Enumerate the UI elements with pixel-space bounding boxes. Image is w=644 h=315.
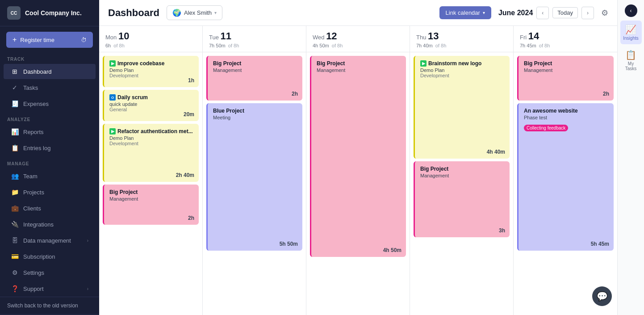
sidebar-item-dashboard[interactable]: ⊞ Dashboard xyxy=(4,64,96,79)
day-number-tue: 11 xyxy=(221,30,231,42)
chat-bubble-button[interactable]: 💬 xyxy=(592,286,612,306)
entry-blue-project[interactable]: Blue Project Meeting 5h 50m xyxy=(206,103,302,251)
day-hours-wed: 4h 50m of 8h xyxy=(313,43,403,48)
sidebar-item-label-reports: Reports xyxy=(23,129,88,135)
entry-duration: 2h xyxy=(292,91,298,97)
register-time-button[interactable]: + Register time ⏱ xyxy=(6,32,93,48)
switch-back-button[interactable]: Switch back to the old version xyxy=(0,297,99,314)
today-button[interactable]: Today xyxy=(552,7,578,18)
entry-big-project-thu[interactable]: Big Project Management 3h xyxy=(414,161,510,237)
day-hours-mon: 6h of 8h xyxy=(105,43,196,48)
day-number-fri: 14 xyxy=(528,30,539,42)
day-name-mon: Mon xyxy=(105,34,117,41)
entry-title: O Daily scrum xyxy=(109,94,193,101)
collapse-panel-button[interactable]: ‹ xyxy=(625,4,637,17)
sidebar-item-expenses[interactable]: 🧾 Expenses xyxy=(4,96,96,111)
calendar-grid: Mon 10 6h of 8h ▶ Improve codebase Demo … xyxy=(99,26,617,315)
sidebar-item-entries-log[interactable]: 📋 Entries log xyxy=(4,140,96,155)
day-header-thu: Thu 13 7h 40m of 8h xyxy=(410,26,513,52)
sidebar-item-projects[interactable]: 📁 Projects xyxy=(4,185,96,200)
chevron-right-icon: › xyxy=(87,238,88,243)
entry-sub2: Development xyxy=(420,73,504,78)
outlook-icon: O xyxy=(109,94,116,101)
user-selector-chevron-icon: ▾ xyxy=(214,10,217,15)
day-header-mon: Mon 10 6h of 8h xyxy=(99,26,202,52)
sidebar-item-clients[interactable]: 💼 Clients xyxy=(4,201,96,216)
entry-big-project-mon[interactable]: Big Project Management 2h xyxy=(103,185,199,225)
subscription-icon: 💳 xyxy=(11,252,19,260)
entry-big-project-tue[interactable]: Big Project Management 2h xyxy=(206,56,302,101)
sidebar-bottom: Switch back to the old version 🔔 AS Alex… xyxy=(0,297,99,315)
insights-icon: 📈 xyxy=(625,24,636,35)
entry-duration: 1h xyxy=(188,77,194,84)
integrations-icon: 🔌 xyxy=(11,220,19,228)
next-month-button[interactable]: › xyxy=(581,7,594,19)
entry-subtitle: Management xyxy=(317,67,401,73)
day-hours-tue: 7h 50m of 8h xyxy=(209,43,300,48)
entry-duration: 2h xyxy=(603,91,609,97)
page-title: Dashboard xyxy=(108,7,159,19)
sidebar-item-integrations[interactable]: 🔌 Integrations xyxy=(4,217,96,232)
sidebar-item-label-data-management: Data management xyxy=(23,237,83,244)
insights-label: Insights xyxy=(623,36,638,41)
sidebar-item-label-team: Team xyxy=(23,173,88,180)
day-number-wed: 12 xyxy=(326,30,337,42)
sidebar-item-label-integrations: Integrations xyxy=(23,221,88,228)
entry-awesome-website[interactable]: An awesome website Phase test Collecting… xyxy=(517,103,614,251)
sidebar-item-settings[interactable]: ⚙ Settings xyxy=(4,265,96,280)
entry-sub2: Development xyxy=(109,141,193,146)
entry-improve-codebase[interactable]: ▶ Improve codebase Demo Plan Development… xyxy=(103,56,199,87)
link-calendar-button[interactable]: Link calendar ▾ xyxy=(439,6,491,19)
sidebar-item-tasks[interactable]: ✓ Tasks xyxy=(4,80,96,95)
settings-icon: ⚙ xyxy=(11,269,19,277)
user-selector-label: Alex Smith xyxy=(184,9,212,16)
day-entries-mon: ▶ Improve codebase Demo Plan Development… xyxy=(99,52,202,315)
entry-big-project-wed[interactable]: Big Project Management 4h 50m xyxy=(310,56,406,257)
collecting-feedback-tag: Collecting feedback xyxy=(524,125,568,131)
support-icon: ❓ xyxy=(11,285,19,293)
day-column-wed: Wed 12 4h 50m of 8h Big Project Manageme… xyxy=(306,26,410,315)
my-tasks-button[interactable]: 📋 My Tasks xyxy=(620,46,642,75)
sidebar-item-label-dashboard: Dashboard xyxy=(23,68,88,75)
reports-icon: 📊 xyxy=(11,128,19,136)
clock-icon: ⏱ xyxy=(81,37,87,43)
sidebar-item-data-management[interactable]: 🗄 Data management › xyxy=(4,233,96,248)
switch-back-label: Switch back to the old version xyxy=(7,302,78,309)
day-name-wed: Wed xyxy=(313,34,325,41)
project-icon-green: ▶ xyxy=(420,60,427,67)
link-calendar-dropdown-icon: ▾ xyxy=(483,10,485,15)
entry-daily-scrum[interactable]: O Daily scrum quick update General 20m xyxy=(103,90,199,121)
company-logo-icon: CC xyxy=(7,6,21,20)
insights-button[interactable]: 📈 Insights xyxy=(620,21,642,44)
sidebar-item-support[interactable]: ❓ Support › xyxy=(4,281,96,296)
sidebar-item-subscription[interactable]: 💳 Subscription xyxy=(4,249,96,264)
entry-title: An awesome website xyxy=(524,108,608,114)
prev-month-button[interactable]: ‹ xyxy=(536,7,549,19)
day-header-fri: Fri 14 7h 45m of 8h xyxy=(514,26,617,52)
day-header-tue: Tue 11 7h 50m of 8h xyxy=(203,26,306,52)
globe-icon: 🌍 xyxy=(172,8,181,17)
sidebar-item-label-expenses: Expenses xyxy=(23,101,88,107)
sidebar-item-label-support: Support xyxy=(23,286,83,292)
entry-big-project-fri[interactable]: Big Project Management 2h xyxy=(517,56,614,101)
entry-duration: 2h xyxy=(188,215,194,221)
sidebar-item-label-tasks: Tasks xyxy=(23,84,88,91)
entry-refactor-auth[interactable]: ▶ Refactor authentication met... Demo Pl… xyxy=(103,124,199,182)
entry-brainstorm[interactable]: ▶ Brainstorm new logo Demo Plan Developm… xyxy=(414,56,510,159)
day-column-tue: Tue 11 7h 50m of 8h Big Project Manageme… xyxy=(203,26,306,315)
day-hours-fri: 7h 45m of 8h xyxy=(520,43,611,48)
calendar-settings-icon[interactable]: ⚙ xyxy=(601,8,608,18)
day-header-wed: Wed 12 4h 50m of 8h xyxy=(306,26,410,52)
sidebar-item-reports[interactable]: 📊 Reports xyxy=(4,124,96,139)
entry-subtitle: Management xyxy=(213,67,297,73)
my-tasks-icon: 📋 xyxy=(625,50,636,60)
entry-duration: 4h 40m xyxy=(487,149,505,155)
day-column-mon: Mon 10 6h of 8h ▶ Improve codebase Demo … xyxy=(99,26,203,315)
sidebar-item-team[interactable]: 👥 Team xyxy=(4,168,96,184)
calendar-area: Mon 10 6h of 8h ▶ Improve codebase Demo … xyxy=(99,26,617,315)
sidebar-item-label-subscription: Subscription xyxy=(23,253,88,260)
user-selector[interactable]: 🌍 Alex Smith ▾ xyxy=(167,5,222,20)
day-number-thu: 13 xyxy=(428,30,439,42)
entry-subtitle: Meeting xyxy=(213,115,297,120)
sidebar: CC Cool Company Inc. + Register time ⏱ T… xyxy=(0,0,99,315)
